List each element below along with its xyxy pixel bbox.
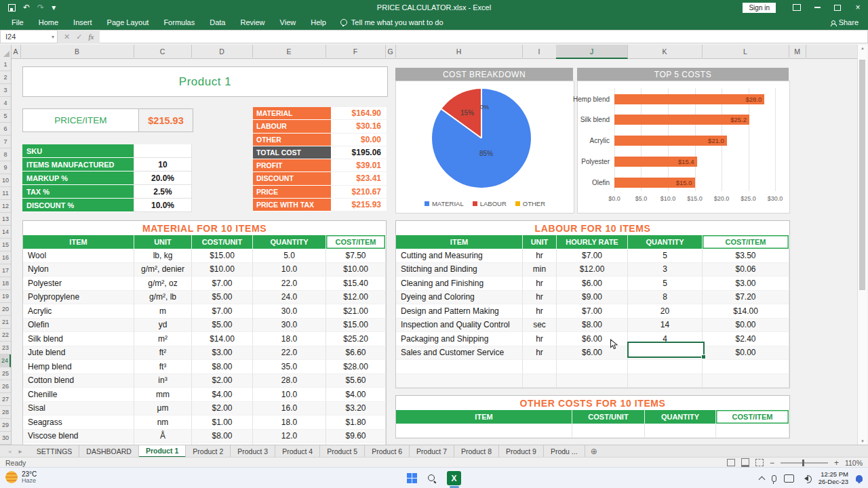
cell[interactable]: $14.00 <box>192 332 253 346</box>
column-header[interactable]: A <box>11 45 21 58</box>
cell[interactable]: $7.50 <box>326 249 386 263</box>
row-header[interactable]: 18 <box>0 277 11 290</box>
bar-chart[interactable]: $0.0$5.0$10.0$15.0$20.0$25.0$30.0Hemp bl… <box>577 81 790 214</box>
start-button[interactable] <box>407 473 417 483</box>
normal-view-icon[interactable] <box>727 459 735 466</box>
cell[interactable]: 30.0 <box>253 304 326 319</box>
cell[interactable] <box>645 424 716 438</box>
microphone-icon[interactable] <box>772 475 776 482</box>
cell[interactable]: hr <box>523 291 557 305</box>
row-header[interactable]: 15 <box>0 239 11 251</box>
cell[interactable]: $7.00 <box>192 304 253 319</box>
sheet-tab[interactable]: Product 5 <box>320 445 365 458</box>
selected-cell[interactable] <box>627 342 705 358</box>
row-header[interactable]: 7 <box>0 136 11 148</box>
share-button[interactable]: Share <box>831 18 859 26</box>
row-header[interactable]: 16 <box>0 251 11 264</box>
cell[interactable]: 24.0 <box>253 291 326 305</box>
cell[interactable]: $2.00 <box>192 402 253 416</box>
cell[interactable]: 8 <box>628 291 703 305</box>
row-header[interactable]: 2 <box>0 71 11 84</box>
cell[interactable]: m² <box>134 332 192 346</box>
column-header[interactable]: K <box>627 45 703 58</box>
cell[interactable]: 3 <box>628 263 703 277</box>
row-header[interactable]: 4 <box>0 97 11 110</box>
summary-value-cell[interactable]: $195.06 <box>331 146 387 159</box>
cell[interactable]: Packaging and Shipping <box>396 332 523 346</box>
name-box-dropdown-icon[interactable]: ▾ <box>52 34 54 40</box>
cell[interactable]: Stitching and Binding <box>396 263 523 277</box>
sign-in-button[interactable]: Sign in <box>743 3 776 13</box>
sheet-tab[interactable]: Produ ... <box>544 445 585 458</box>
cell[interactable]: $8.00 <box>192 360 253 374</box>
cell[interactable]: $0.06 <box>703 263 789 277</box>
ribbon-tab[interactable]: Insert <box>66 15 100 30</box>
search-icon[interactable] <box>428 474 436 483</box>
cell[interactable]: $3.50 <box>703 249 789 263</box>
select-all-corner[interactable] <box>0 45 12 58</box>
sheet-tab[interactable]: Product 6 <box>365 445 410 458</box>
price-per-item-box[interactable]: PRICE/ITEM $215.93 <box>22 108 193 132</box>
cell[interactable] <box>703 360 789 374</box>
cell[interactable]: Cleaning and Finishing <box>396 277 523 291</box>
cell[interactable]: ft² <box>134 346 192 361</box>
next-sheet-icon[interactable]: ► <box>18 449 23 455</box>
cell[interactable]: $15.00 <box>192 249 253 263</box>
cell[interactable]: Chenille <box>23 388 134 402</box>
cell[interactable]: Olefin <box>23 319 134 333</box>
cancel-icon[interactable]: ✕ <box>64 33 70 41</box>
cell[interactable]: Jute blend <box>23 346 134 361</box>
cell[interactable]: g/m², oz <box>134 277 192 291</box>
cell[interactable]: lb, kg <box>134 249 192 263</box>
row-header[interactable]: 20 <box>0 303 11 316</box>
cell[interactable]: 16.0 <box>253 402 326 416</box>
sheet-tab[interactable]: DASHBOARD <box>79 445 139 458</box>
table-header-cell[interactable]: COST/UNIT <box>572 410 645 424</box>
cell[interactable]: Å <box>134 430 192 444</box>
cell[interactable]: Viscose blend <box>23 430 134 444</box>
row-header[interactable]: 25 <box>0 367 11 380</box>
new-sheet-icon[interactable]: ⊕ <box>585 445 603 458</box>
table-header-cell[interactable]: ITEM <box>396 410 572 424</box>
cell[interactable]: $6.60 <box>326 346 386 361</box>
cell[interactable]: 10.0 <box>253 263 326 277</box>
row-header[interactable]: 14 <box>0 226 11 239</box>
cell[interactable]: Cutting and Measuring <box>396 249 523 263</box>
formula-input[interactable] <box>100 30 868 43</box>
cell[interactable]: $12.00 <box>557 263 628 277</box>
cell[interactable]: hr <box>523 332 557 346</box>
row-header[interactable]: 1 <box>0 58 11 71</box>
row-header[interactable]: 26 <box>0 380 11 393</box>
row-header[interactable]: 27 <box>0 393 11 406</box>
excel-taskbar-icon[interactable]: X <box>447 471 461 485</box>
summary-value-cell[interactable]: $0.00 <box>331 134 387 146</box>
cell[interactable]: Hemp blend <box>23 360 134 374</box>
sheet-tab[interactable]: Product 2 <box>186 445 231 458</box>
sheet-tab[interactable]: Product 4 <box>275 445 320 458</box>
cell[interactable]: $8.00 <box>557 319 628 333</box>
cell[interactable]: 5 <box>628 249 703 263</box>
row-header[interactable]: 28 <box>0 406 11 419</box>
undo-icon[interactable]: ↶ <box>23 3 30 12</box>
speaker-icon[interactable] <box>802 476 808 481</box>
cell[interactable] <box>572 424 645 438</box>
cell[interactable] <box>523 374 557 388</box>
column-header[interactable]: M <box>789 45 806 58</box>
cell[interactable]: Dyeing and Coloring <box>396 291 523 305</box>
table-header-cell[interactable]: COST/ITEM <box>326 235 386 249</box>
cell[interactable]: $8.00 <box>192 430 253 444</box>
cell[interactable]: μm <box>134 402 192 416</box>
cell[interactable]: $6.00 <box>557 277 628 291</box>
cell[interactable]: $21.00 <box>326 304 386 319</box>
row-header[interactable]: 10 <box>0 174 11 187</box>
row-header[interactable]: 22 <box>0 329 11 342</box>
prev-sheet-icon[interactable]: ◄ <box>7 449 12 455</box>
table-header-cell[interactable]: UNIT <box>134 235 192 249</box>
cell[interactable] <box>396 424 572 438</box>
row-header[interactable]: 19 <box>0 290 11 303</box>
cell[interactable] <box>396 360 523 374</box>
table-header-cell[interactable]: COST/UNIT <box>192 235 253 249</box>
cell[interactable]: 10.0 <box>253 388 326 402</box>
table-header-cell[interactable]: ITEM <box>396 235 523 249</box>
cell[interactable]: $15.40 <box>326 277 386 291</box>
